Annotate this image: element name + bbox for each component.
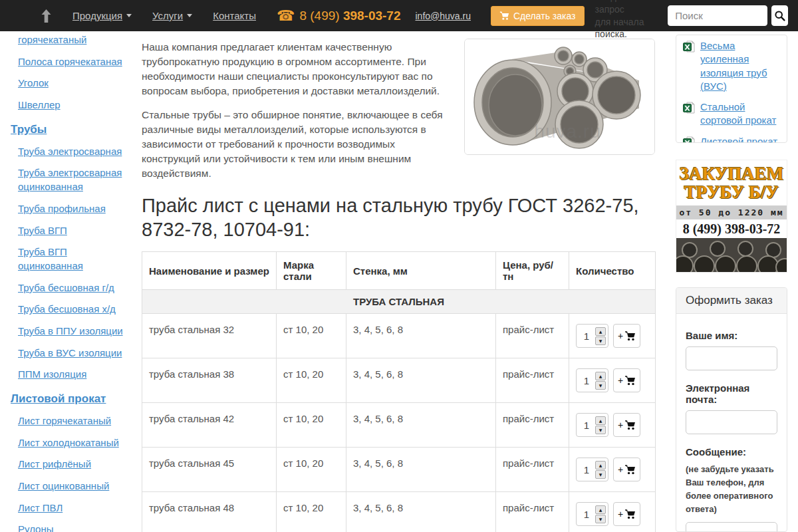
quantity-stepper[interactable]: ▲▼ [576, 324, 608, 348]
quantity-input[interactable] [578, 331, 595, 342]
sidebar-item[interactable]: Лист холоднокатаный [18, 436, 134, 450]
search-button[interactable] [771, 5, 788, 26]
sidebar-item[interactable]: Трубы [11, 123, 134, 136]
sidebar-item[interactable]: Лист ПВЛ [18, 501, 134, 515]
price-file-link[interactable]: Листовой прокат [700, 135, 777, 144]
quantity-input[interactable] [578, 464, 595, 475]
order-form: Оформить заказ Ваше имя: Электронная поч… [676, 287, 787, 532]
price-file-link[interactable]: Стальной сортовой прокат [700, 100, 780, 128]
nav-link-контакты[interactable]: Контакты [213, 10, 256, 21]
table-header-row: Наименование и размер Марка стали Стенка… [142, 252, 656, 290]
quantity-input[interactable] [578, 509, 595, 520]
email-field[interactable] [686, 410, 777, 434]
spinner-down-icon[interactable]: ▼ [595, 515, 606, 523]
message-label: Сообщение: [686, 446, 777, 458]
price-cell: прайс-лист [496, 448, 569, 492]
quantity-stepper[interactable]: ▲▼ [576, 368, 608, 392]
quantity-stepper[interactable]: ▲▼ [576, 413, 608, 437]
price-file-link[interactable]: Весьма усиленная изоляция труб (ВУС) [700, 39, 780, 93]
banner-size-range: от 50 до 1220 мм [676, 205, 787, 219]
table-row: труба стальная 32ст 10, 203, 4, 5, 6, 8п… [142, 314, 656, 358]
quantity-input[interactable] [578, 375, 595, 386]
add-to-cart-button[interactable]: + [613, 502, 640, 526]
sidebar-item[interactable]: Труба бесшовная г/д [18, 281, 134, 295]
sidebar-item[interactable]: Труба бесшовная х/д [18, 303, 134, 317]
cart-icon [624, 509, 636, 519]
excel-file-icon [683, 136, 695, 144]
spinner-up-icon[interactable]: ▲ [595, 505, 606, 514]
quantity-stepper[interactable]: ▲▼ [576, 502, 608, 526]
quantity-stepper[interactable]: ▲▼ [576, 458, 608, 481]
quantity-input[interactable] [578, 420, 595, 431]
sidebar-item[interactable]: Лист горячекатаный [18, 414, 134, 428]
spinner-down-icon[interactable]: ▼ [595, 470, 606, 479]
wall-thickness-cell: 3, 4, 5, 6, 8 [346, 403, 496, 448]
add-to-cart-button[interactable]: + [613, 324, 640, 348]
sidebar-item[interactable]: Труба ВГП [18, 224, 134, 238]
name-field[interactable] [686, 346, 777, 370]
excel-file-icon [683, 41, 695, 53]
sidebar-item[interactable]: Рулоны [18, 523, 134, 532]
order-button-label: Сделать заказ [513, 11, 576, 21]
col-header-price: Цена, руб/тн [496, 252, 569, 290]
nav-link-услуги[interactable]: Услуги [152, 10, 192, 21]
sidebar-item[interactable]: Труба электросварная [18, 145, 134, 159]
sidebar-item[interactable]: Уголок [18, 76, 134, 90]
name-label: Ваше имя: [686, 330, 777, 341]
add-to-cart-button[interactable]: + [613, 413, 640, 437]
product-name-cell: труба стальная 42 [142, 403, 277, 448]
email-link[interactable]: info@huva.ru [416, 11, 471, 21]
wall-thickness-cell: 3, 4, 5, 6, 8 [346, 358, 496, 403]
price-cell: прайс-лист [496, 358, 569, 403]
sidebar-item[interactable]: Труба ВГП оцинкованная [18, 245, 134, 273]
sidebar-item[interactable]: Труба электросварная оцинкованная [18, 166, 134, 194]
steel-grade-cell: ст 10, 20 [277, 448, 346, 492]
spinner-up-icon[interactable]: ▲ [595, 416, 606, 425]
wall-thickness-cell: 3, 4, 5, 6, 8 [346, 492, 496, 532]
make-order-button[interactable]: Сделать заказ [491, 6, 585, 26]
spinner-down-icon[interactable]: ▼ [595, 426, 606, 434]
spinner-down-icon[interactable]: ▼ [595, 381, 606, 390]
sidebar-item[interactable]: горячекатаный [18, 33, 134, 47]
sidebar-item[interactable]: Труба в ВУС изоляции [18, 346, 134, 360]
table-row: труба стальная 38ст 10, 203, 4, 5, 6, 8п… [142, 358, 656, 403]
add-to-cart-button[interactable]: + [613, 458, 640, 481]
buy-used-pipes-banner[interactable]: ЗАКУПАЕМТРУБУ Б/У от 50 до 1220 мм 8 (49… [676, 160, 787, 273]
page: Продукция Услуги Контакты ☎ 8 (499) 398-… [0, 0, 798, 532]
sidebar-item[interactable]: Полоса горячекатаная [18, 55, 134, 69]
price-file-item: Весьма усиленная изоляция труб (ВУС) [683, 39, 780, 93]
table-section-row: ТРУБА СТАЛЬНАЯ [142, 290, 656, 314]
spinner-up-icon[interactable]: ▲ [595, 372, 606, 380]
sidebar-item[interactable]: Швеллер [18, 98, 134, 112]
message-field[interactable] [686, 522, 777, 532]
spinner-up-icon[interactable]: ▲ [595, 461, 606, 469]
table-row: труба стальная 48ст 10, 203, 4, 5, 6, 8п… [142, 492, 656, 532]
spinner-down-icon[interactable]: ▼ [595, 336, 606, 345]
phone-icon: ☎ [277, 9, 295, 23]
sidebar-item[interactable]: Труба профильная [18, 202, 134, 216]
search-hint-text: Введите ваш запрос для начала поиска. [595, 0, 663, 41]
sidebar-item[interactable]: Листовой прокат [11, 392, 134, 406]
phone-number: 8 (499) 398-03-72 [299, 9, 400, 23]
nav-link-продукция[interactable]: Продукция [72, 10, 132, 21]
search-input[interactable] [668, 5, 767, 26]
sidebar-item[interactable]: Лист оцинкованный [18, 479, 134, 493]
sidebar-item[interactable]: Лист рифлёный [18, 458, 134, 471]
quantity-cell: ▲▼+ [569, 358, 656, 403]
product-name-cell: труба стальная 45 [142, 448, 277, 492]
add-to-cart-button[interactable]: + [613, 368, 640, 392]
top-navbar: Продукция Услуги Контакты ☎ 8 (499) 398-… [0, 0, 798, 31]
quantity-cell: ▲▼+ [569, 314, 656, 358]
steel-grade-cell: ст 10, 20 [277, 314, 346, 358]
table-row: труба стальная 45ст 10, 203, 4, 5, 6, 8п… [142, 448, 656, 492]
price-file-item: Стальной сортовой прокат [683, 100, 780, 128]
spinner-up-icon[interactable]: ▲ [595, 327, 606, 336]
col-header-wall: Стенка, мм [346, 252, 496, 290]
sidebar-item[interactable]: Труба в ППУ изоляции [18, 325, 134, 338]
home-button[interactable] [41, 9, 52, 23]
page-title: Прайс лист с ценами на стальную трубу ГО… [142, 194, 655, 241]
sidebar-item[interactable]: ППМ изоляция [18, 368, 134, 382]
section-title: ТРУБА СТАЛЬНАЯ [142, 290, 656, 314]
steel-grade-cell: ст 10, 20 [277, 403, 346, 448]
price-cell: прайс-лист [496, 403, 569, 448]
